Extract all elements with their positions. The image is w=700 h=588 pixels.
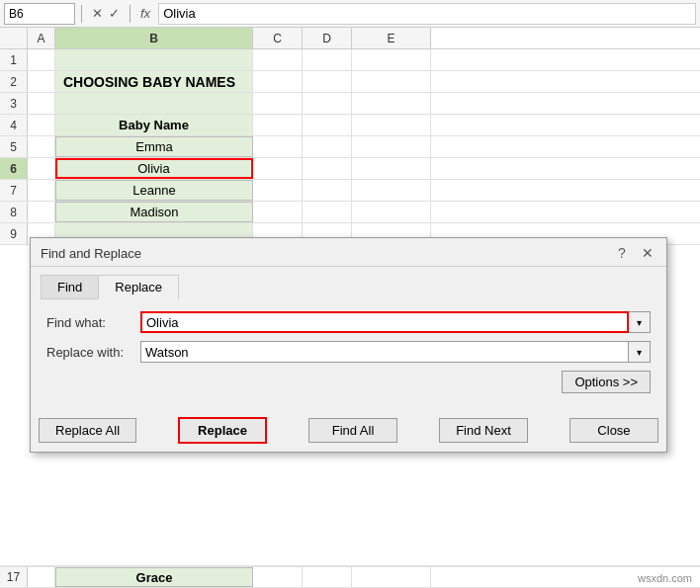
cell-e3[interactable]: [352, 93, 431, 114]
replace-all-button[interactable]: Replace All: [39, 418, 136, 443]
replace-with-row: Replace with: ▾: [46, 341, 651, 363]
cell-e2[interactable]: [352, 71, 431, 92]
tab-replace[interactable]: Replace: [98, 275, 179, 299]
cell-d4[interactable]: [303, 115, 352, 135]
cell-reference-box[interactable]: B6: [4, 3, 75, 25]
cell-c4[interactable]: [253, 115, 303, 135]
replace-with-input[interactable]: [140, 341, 629, 363]
close-button[interactable]: Close: [569, 418, 658, 443]
cell-c5[interactable]: [253, 136, 303, 157]
cell-c3[interactable]: [253, 93, 303, 114]
cell-b6[interactable]: Olivia: [55, 158, 253, 179]
dialog-action-buttons: Replace All Replace Find All Find Next C…: [31, 413, 666, 452]
cell-a8[interactable]: [28, 202, 55, 222]
cell-e17[interactable]: [352, 567, 431, 587]
fx-label: fx: [136, 6, 154, 21]
cell-d6[interactable]: [303, 158, 352, 179]
col-header-c[interactable]: C: [253, 28, 303, 48]
table-row: 5 Emma: [0, 136, 700, 158]
col-header-rownum: [0, 28, 28, 48]
row-num-3: 3: [0, 93, 28, 114]
cell-c17[interactable]: [253, 567, 303, 587]
table-row: 6 Olivia: [0, 158, 700, 180]
find-dropdown-btn[interactable]: ▾: [629, 311, 651, 333]
replace-dropdown-btn[interactable]: ▾: [629, 341, 651, 363]
table-row: 7 Leanne: [0, 180, 700, 202]
cell-c7[interactable]: [253, 180, 303, 201]
col-header-a[interactable]: A: [28, 28, 55, 48]
cell-c6[interactable]: [253, 158, 303, 179]
cell-c1[interactable]: [253, 49, 303, 70]
confirm-icon[interactable]: ✓: [109, 6, 120, 21]
find-next-button[interactable]: Find Next: [439, 418, 528, 443]
replace-button[interactable]: Replace: [178, 417, 267, 444]
dialog-help-btn[interactable]: ?: [613, 244, 631, 262]
options-row: Options >>: [46, 371, 651, 393]
cell-a3[interactable]: [28, 93, 55, 114]
name-leanne: Leanne: [132, 183, 175, 198]
dialog-body: Find what: ▾ Replace with: ▾ Options >>: [31, 299, 666, 413]
row-num-7: 7: [0, 180, 28, 201]
cell-a6[interactable]: [28, 158, 55, 179]
row-num-9: 9: [0, 223, 28, 244]
table-row: 8 Madison: [0, 202, 700, 223]
table-row: 1: [0, 49, 700, 71]
row-num-2: 2: [0, 71, 28, 92]
cell-b2[interactable]: CHOOSING BABY NAMES: [55, 71, 253, 92]
cancel-icon[interactable]: ✕: [92, 6, 103, 21]
find-what-input[interactable]: [140, 311, 629, 333]
dialog-title-bar: Find and Replace ? ✕: [31, 238, 666, 267]
cell-b5[interactable]: Emma: [55, 136, 253, 157]
cell-e8[interactable]: [352, 202, 431, 222]
col-header-e[interactable]: E: [352, 28, 431, 48]
row-num-4: 4: [0, 115, 28, 135]
table-row-grace: 17 Grace: [0, 566, 700, 588]
cell-a4[interactable]: [28, 115, 55, 135]
cell-e4[interactable]: [352, 115, 431, 135]
watermark: wsxdn.com: [638, 572, 692, 584]
formula-bar: B6 ✕ ✓ fx: [0, 0, 700, 28]
cell-d3[interactable]: [303, 93, 352, 114]
cell-a17[interactable]: [28, 567, 55, 587]
cell-b8[interactable]: Madison: [55, 202, 253, 222]
cell-c2[interactable]: [253, 71, 303, 92]
row-num-6: 6: [0, 158, 28, 179]
cell-b7[interactable]: Leanne: [55, 180, 253, 201]
replace-input-wrap: ▾: [140, 341, 651, 363]
cell-b4[interactable]: Baby Name: [55, 115, 253, 135]
cell-e1[interactable]: [352, 49, 431, 70]
row-num-17: 17: [0, 567, 28, 587]
name-grace: Grace: [136, 570, 173, 585]
cell-d2[interactable]: [303, 71, 352, 92]
find-replace-dialog[interactable]: Find and Replace ? ✕ Find Replace Find w…: [30, 237, 667, 453]
tab-find[interactable]: Find: [41, 275, 99, 299]
cell-d7[interactable]: [303, 180, 352, 201]
cell-c8[interactable]: [253, 202, 303, 222]
cell-d17[interactable]: [303, 567, 352, 587]
cell-d8[interactable]: [303, 202, 352, 222]
find-all-button[interactable]: Find All: [308, 418, 397, 443]
cell-b1[interactable]: [55, 49, 253, 70]
cell-d5[interactable]: [303, 136, 352, 157]
cell-d1[interactable]: [303, 49, 352, 70]
formula-input[interactable]: [158, 3, 696, 25]
cell-b3[interactable]: [55, 93, 253, 114]
cell-b17[interactable]: Grace: [55, 567, 253, 587]
column-headers: A B C D E: [0, 28, 700, 49]
dialog-tabs: Find Replace: [31, 267, 666, 299]
cell-a7[interactable]: [28, 180, 55, 201]
cell-e7[interactable]: [352, 180, 431, 201]
cell-e6[interactable]: [352, 158, 431, 179]
cell-a1[interactable]: [28, 49, 55, 70]
cell-a2[interactable]: [28, 71, 55, 92]
header-baby-name: Baby Name: [119, 118, 189, 132]
find-input-wrap: ▾: [140, 311, 651, 333]
col-header-d[interactable]: D: [303, 28, 352, 48]
options-button[interactable]: Options >>: [562, 371, 651, 393]
dialog-close-btn[interactable]: ✕: [639, 244, 656, 262]
cell-e5[interactable]: [352, 136, 431, 157]
formula-bar-icons: ✕ ✓: [88, 6, 124, 21]
cell-a5[interactable]: [28, 136, 55, 157]
row-num-8: 8: [0, 202, 28, 222]
col-header-b[interactable]: B: [55, 28, 253, 48]
